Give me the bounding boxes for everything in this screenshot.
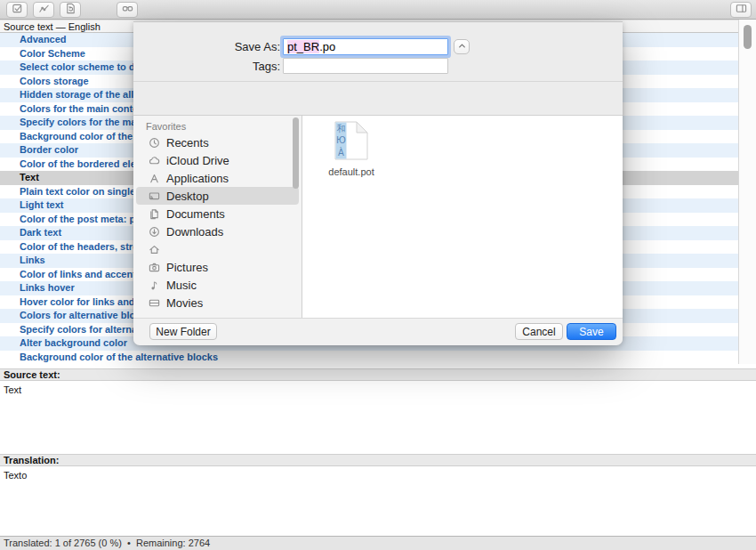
- list-scrollbar[interactable]: [738, 20, 756, 364]
- pot-file-icon: 和 Ю À: [332, 121, 371, 160]
- file-item[interactable]: 和 Ю À default.pot: [325, 121, 378, 177]
- source-text-area: Text: [0, 381, 756, 454]
- sidebar-toggle-icon: [736, 3, 747, 17]
- expand-button[interactable]: [454, 39, 470, 54]
- cancel-button[interactable]: Cancel: [515, 323, 563, 340]
- favorites-section-label: Favorites: [133, 119, 302, 133]
- translation-input[interactable]: Texto: [0, 466, 756, 536]
- source-text-label: Source text:: [0, 368, 756, 381]
- filename-selected-text: pt_BR: [287, 40, 319, 53]
- sidebar-scrollbar-thumb[interactable]: [293, 117, 299, 189]
- translation-label: Translation:: [0, 454, 756, 466]
- sidebar-item-label: Music: [166, 279, 197, 292]
- svg-text:À: À: [338, 147, 344, 158]
- tags-input[interactable]: [283, 58, 448, 74]
- svg-text:Ю: Ю: [336, 135, 346, 145]
- file-browser-area[interactable]: 和 Ю À default.pot: [302, 116, 623, 318]
- new-folder-button[interactable]: New Folder: [149, 323, 217, 340]
- sidebar-item-music[interactable]: Music: [136, 276, 299, 294]
- save-button[interactable]: Save: [567, 323, 616, 340]
- validate-button[interactable]: [6, 2, 28, 18]
- stats-button[interactable]: [33, 2, 54, 18]
- sidebar-item-desktop[interactable]: Desktop: [136, 187, 299, 205]
- dialog-toolbar: Desktop Search: [133, 81, 623, 115]
- sidebar-item-downloads[interactable]: Downloads: [136, 222, 299, 240]
- main-toolbar: [0, 0, 756, 20]
- tags-label: Tags:: [187, 60, 280, 73]
- sidebar-item-movies[interactable]: Movies: [136, 294, 299, 311]
- sidebar-item-label: Movies: [166, 296, 203, 310]
- sidebar-item-recents[interactable]: Recents: [136, 133, 299, 151]
- sidebar-item-applications[interactable]: Applications: [136, 169, 299, 187]
- recents-icon: [147, 137, 161, 149]
- update-from-pot-button[interactable]: [60, 2, 81, 18]
- movies-icon: [147, 297, 161, 309]
- stats-icon: [38, 3, 50, 17]
- sidebar-item-label: iCloud Drive: [166, 154, 229, 167]
- list-item[interactable]: Background color of the alternative bloc…: [0, 351, 738, 365]
- sidebar-item-home[interactable]: [136, 240, 299, 258]
- dialog-sidebar: Favorites RecentsiCloud DriveApplication…: [133, 116, 302, 318]
- sidebar-item-label: Downloads: [166, 225, 223, 239]
- save-dialog: Save As: pt_BR.po Tags: Desktop: [133, 21, 623, 344]
- downloads-icon: [147, 226, 161, 238]
- translation-value: Texto: [4, 470, 27, 481]
- validate-icon: [12, 3, 23, 17]
- sidebar-item-label: Documents: [166, 207, 225, 221]
- filename-extension-text: .po: [319, 40, 335, 53]
- svg-text:和: 和: [337, 124, 346, 133]
- home-icon: [147, 244, 161, 255]
- preview-button[interactable]: [117, 2, 138, 18]
- sidebar-item-icloud-drive[interactable]: iCloud Drive: [136, 151, 299, 169]
- list-scrollbar-thumb[interactable]: [744, 25, 752, 49]
- applications-icon: [147, 173, 161, 184]
- file-name-label: default.pot: [325, 166, 378, 177]
- glasses-icon: [122, 3, 133, 17]
- sidebar-item-documents[interactable]: Documents: [136, 205, 299, 222]
- desktop-icon: [147, 190, 161, 202]
- sidebar-item-label: Pictures: [166, 261, 208, 274]
- sidebar-item-label: Recents: [166, 136, 209, 150]
- pictures-icon: [147, 262, 161, 273]
- chevron-up-icon: [456, 40, 468, 54]
- poedit-window: Source text — English AdvancedColor Sche…: [0, 0, 756, 550]
- save-as-label: Save As:: [187, 40, 280, 53]
- dialog-footer: New Folder Cancel Save: [133, 318, 623, 345]
- sidebar-item-label: Desktop: [166, 190, 209, 203]
- update-from-pot-icon: [65, 3, 76, 17]
- sidebar-item-label: Applications: [166, 172, 229, 185]
- documents-icon: [147, 208, 161, 220]
- source-text-value: Text: [4, 384, 21, 395]
- save-as-input[interactable]: pt_BR.po: [283, 38, 448, 55]
- icloud-icon: [147, 155, 161, 166]
- sidebar-toggle-button[interactable]: [730, 2, 752, 18]
- sidebar-item-pictures[interactable]: Pictures: [136, 258, 299, 276]
- music-icon: [147, 279, 161, 291]
- status-bar: Translated: 1 of 2765 (0 %) • Remaining:…: [0, 536, 756, 550]
